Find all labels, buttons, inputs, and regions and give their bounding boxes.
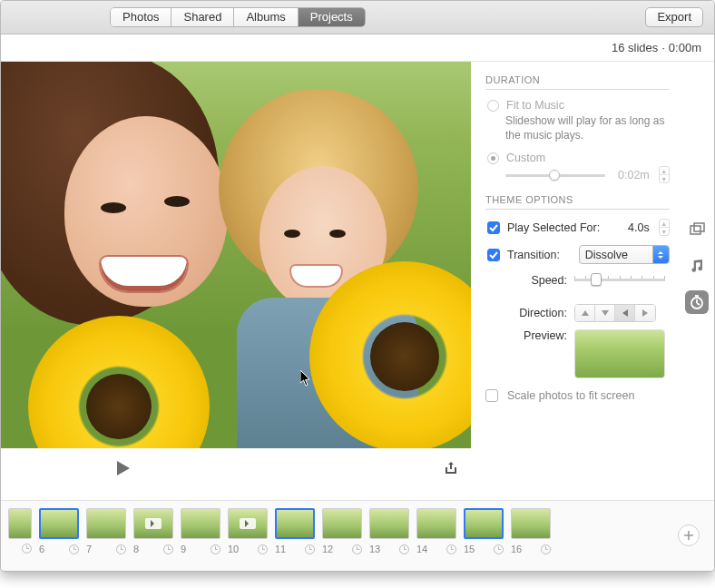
custom-duration-option[interactable]: Custom <box>487 152 670 164</box>
thumb-number: 7 <box>86 544 92 554</box>
theme-options-label: THEME OPTIONS <box>485 194 670 205</box>
transition-checkbox[interactable] <box>487 249 500 261</box>
direction-down-button[interactable] <box>595 305 615 321</box>
transition-row: Transition: Dissolve <box>487 245 670 264</box>
filmstrip-thumb[interactable]: 14 <box>416 508 458 554</box>
thumb-number: 13 <box>369 544 380 554</box>
filmstrip-thumb[interactable]: 15 <box>464 508 505 554</box>
slide-preview[interactable] <box>1 62 471 448</box>
filmstrip-thumb[interactable]: 7 <box>86 508 128 554</box>
slides-count: 16 slides <box>612 41 658 54</box>
transition-value: Dissolve <box>585 249 628 261</box>
preview-controls <box>1 448 471 488</box>
thumb-number: 11 <box>275 544 286 554</box>
share-button[interactable] <box>444 461 458 475</box>
transition-preview-thumb[interactable] <box>574 329 665 378</box>
direction-right-button[interactable] <box>635 305 655 321</box>
clock-icon <box>399 544 409 554</box>
play-selected-stepper[interactable]: ▲▼ <box>659 219 670 236</box>
inspector-rail <box>679 62 714 500</box>
chevron-updown-icon <box>652 246 669 263</box>
export-button[interactable]: Export <box>645 7 703 27</box>
fit-to-music-option[interactable]: Fit to Music <box>487 99 670 112</box>
clock-icon <box>163 544 173 554</box>
clock-icon <box>305 544 315 554</box>
time-duration: 0:00m <box>669 41 701 54</box>
timer-icon[interactable] <box>685 290 709 314</box>
filmstrip[interactable]: 678910111213141516 <box>1 500 714 571</box>
play-selected-row: Play Selected For: 4.0s ▲▼ <box>487 219 670 236</box>
clock-icon <box>69 544 79 554</box>
direction-label: Direction: <box>504 307 567 319</box>
play-selected-checkbox[interactable] <box>487 221 500 234</box>
play-button[interactable] <box>115 460 132 476</box>
duration-section-label: DURATION <box>485 74 670 85</box>
preview-label: Preview: <box>504 329 567 342</box>
play-selected-label: Play Selected For: <box>507 221 600 234</box>
thumb-number: 14 <box>416 544 427 554</box>
thumb-number: 15 <box>464 544 475 554</box>
inspector-column: DURATION Fit to Music Slideshow will pla… <box>471 62 714 500</box>
tab-photos[interactable]: Photos <box>111 8 171 26</box>
view-tabs: Photos Shared Albums Projects <box>110 7 366 27</box>
thumb-number: 12 <box>322 544 333 554</box>
add-slide-button[interactable] <box>678 524 700 546</box>
thumb-partial[interactable] <box>8 508 34 554</box>
inspector-panel: DURATION Fit to Music Slideshow will pla… <box>471 62 679 500</box>
transition-select[interactable]: Dissolve <box>579 245 670 264</box>
music-icon[interactable] <box>685 254 709 278</box>
thumb-number: 10 <box>228 544 239 554</box>
filmstrip-thumb[interactable]: 6 <box>39 508 81 554</box>
radio-icon <box>487 100 499 112</box>
filmstrip-thumb[interactable]: 16 <box>511 508 553 554</box>
direction-group <box>574 304 656 322</box>
clock-icon <box>494 544 504 554</box>
toolbar: Photos Shared Albums Projects Export <box>1 1 714 34</box>
scale-photos-row: Scale photos to fit screen <box>485 389 670 402</box>
filmstrip-thumb[interactable]: 11 <box>275 508 317 554</box>
speed-label: Speed: <box>504 274 567 287</box>
video-badge-icon <box>240 518 256 529</box>
play-selected-value: 4.0s <box>628 221 650 234</box>
filmstrip-thumb[interactable]: 10 <box>228 508 269 554</box>
direction-up-button[interactable] <box>575 305 595 321</box>
clock-icon <box>116 544 126 554</box>
svg-rect-1 <box>694 223 704 231</box>
tab-shared[interactable]: Shared <box>171 8 234 26</box>
clock-icon <box>258 544 268 554</box>
clock-icon <box>541 544 551 554</box>
status-bar: 16 slides · 0:00m <box>1 34 714 62</box>
filmstrip-thumb[interactable]: 13 <box>369 508 411 554</box>
custom-duration-value: 0:02m <box>618 169 650 181</box>
custom-label: Custom <box>506 152 545 164</box>
fit-to-music-help: Slideshow will play for as long as the m… <box>505 113 670 142</box>
overlay-icon[interactable] <box>685 218 709 241</box>
custom-duration-slider-row: 0:02m ▲▼ <box>505 166 670 183</box>
clock-icon <box>22 544 32 554</box>
scale-photos-checkbox[interactable] <box>485 389 498 402</box>
thumb-number: 16 <box>511 544 522 554</box>
clock-icon <box>446 544 456 554</box>
tab-albums[interactable]: Albums <box>234 8 298 26</box>
filmstrip-thumb[interactable]: 9 <box>181 508 222 554</box>
thumb-number: 8 <box>133 544 139 554</box>
svg-rect-0 <box>691 226 700 234</box>
direction-left-button[interactable] <box>615 305 635 321</box>
thumb-number: 6 <box>39 544 44 554</box>
scale-photos-label: Scale photos to fit screen <box>507 389 634 402</box>
clock-icon <box>211 544 220 554</box>
video-badge-icon <box>145 518 162 529</box>
main-area: DURATION Fit to Music Slideshow will pla… <box>1 62 714 500</box>
thumb-number: 9 <box>181 544 186 554</box>
filmstrip-thumb[interactable]: 12 <box>322 508 364 554</box>
radio-icon <box>487 152 499 164</box>
clock-icon <box>352 544 362 554</box>
filmstrip-thumb[interactable]: 8 <box>133 508 175 554</box>
speed-slider[interactable] <box>574 273 665 288</box>
transition-label: Transition: <box>507 249 560 261</box>
app-window: Photos Shared Albums Projects Export 16 … <box>0 0 715 572</box>
tab-projects[interactable]: Projects <box>299 8 365 26</box>
fit-to-music-label: Fit to Music <box>506 99 564 112</box>
custom-duration-slider[interactable] <box>505 169 605 181</box>
custom-duration-stepper[interactable]: ▲▼ <box>659 166 670 183</box>
